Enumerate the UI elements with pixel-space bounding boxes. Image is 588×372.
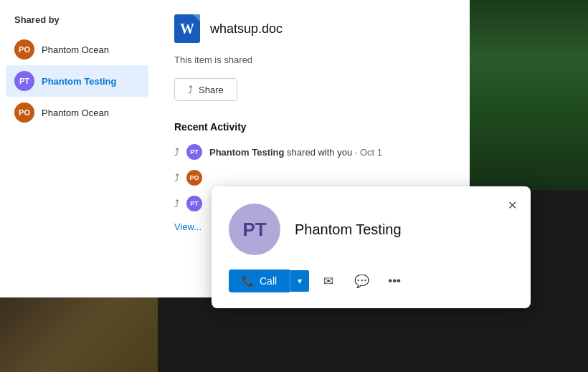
contact-initials: PT [242, 219, 266, 241]
more-icon: ••• [388, 274, 401, 288]
word-doc-icon [174, 14, 200, 43]
more-options-button[interactable]: ••• [381, 268, 408, 294]
activity-share-icon-3: ⤴ [174, 198, 179, 209]
activity-avatar-pt-1: PT [186, 144, 202, 160]
sidebar-item-phantom-ocean-2[interactable]: PO Phantom Ocean [0, 97, 154, 128]
activity-item-2: ⤴ PO [174, 170, 450, 186]
activity-avatar-pt-3: PT [186, 196, 202, 211]
call-btn-group: 📞 Call ▾ [229, 270, 309, 292]
activity-share-icon-2: ⤴ [174, 172, 179, 183]
sidebar-name-2: Phantom Testing [42, 76, 116, 87]
activity-item-1: ⤴ PT Phantom Testing shared with you · O… [174, 144, 450, 160]
share-button-label: Share [199, 85, 224, 95]
call-button[interactable]: 📞 Call [229, 270, 290, 292]
chat-icon: 💬 [354, 274, 369, 289]
sidebar-name-1: Phantom Ocean [42, 44, 109, 55]
file-header: whatsup.doc [174, 14, 450, 43]
activity-avatar-po-2: PO [186, 170, 202, 186]
email-icon: ✉ [323, 274, 333, 289]
activity-text-1: Phantom Testing shared with you · Oct 1 [209, 147, 382, 158]
call-dropdown-button[interactable]: ▾ [290, 270, 309, 292]
contact-name: Phantom Testing [295, 221, 402, 238]
close-button[interactable]: ✕ [502, 195, 522, 215]
email-button[interactable]: ✉ [315, 268, 342, 294]
recent-activity-label: Recent Activity [174, 121, 450, 133]
sidebar-name-3: Phantom Ocean [42, 108, 109, 118]
phone-icon: 📞 [242, 275, 254, 287]
avatar-pt: PT [14, 71, 34, 91]
sidebar: Shared by PO Phantom Ocean PT Phantom Te… [0, 0, 154, 297]
bg-right [463, 0, 588, 190]
sidebar-item-phantom-testing[interactable]: PT Phantom Testing [6, 65, 148, 97]
sidebar-item-phantom-ocean-1[interactable]: PO Phantom Ocean [0, 34, 154, 65]
share-button[interactable]: ⤴ Share [174, 78, 237, 101]
contact-actions: 📞 Call ▾ ✉ 💬 ••• [229, 268, 513, 294]
call-label: Call [260, 275, 277, 287]
contact-card-header: PT Phantom Testing [229, 204, 513, 255]
contact-card: ✕ PT Phantom Testing 📞 Call ▾ ✉ 💬 ••• [212, 186, 531, 308]
activity-share-icon-1: ⤴ [174, 146, 179, 158]
avatar-po-2: PO [14, 102, 34, 123]
shared-text: This item is shared [174, 54, 450, 65]
chevron-down-icon: ▾ [298, 276, 302, 286]
word-icon-fold [193, 14, 200, 22]
activity-date-1: Oct 1 [360, 147, 382, 158]
file-name: whatsup.doc [210, 22, 283, 37]
activity-name-1: Phantom Testing [209, 147, 284, 158]
activity-action-1: shared with you · [287, 147, 360, 158]
share-icon: ⤴ [188, 84, 193, 95]
chat-button[interactable]: 💬 [348, 268, 375, 294]
bg-left [0, 294, 158, 372]
contact-avatar-large: PT [229, 204, 280, 255]
shared-by-label: Shared by [0, 14, 154, 34]
avatar-po-1: PO [14, 39, 34, 59]
